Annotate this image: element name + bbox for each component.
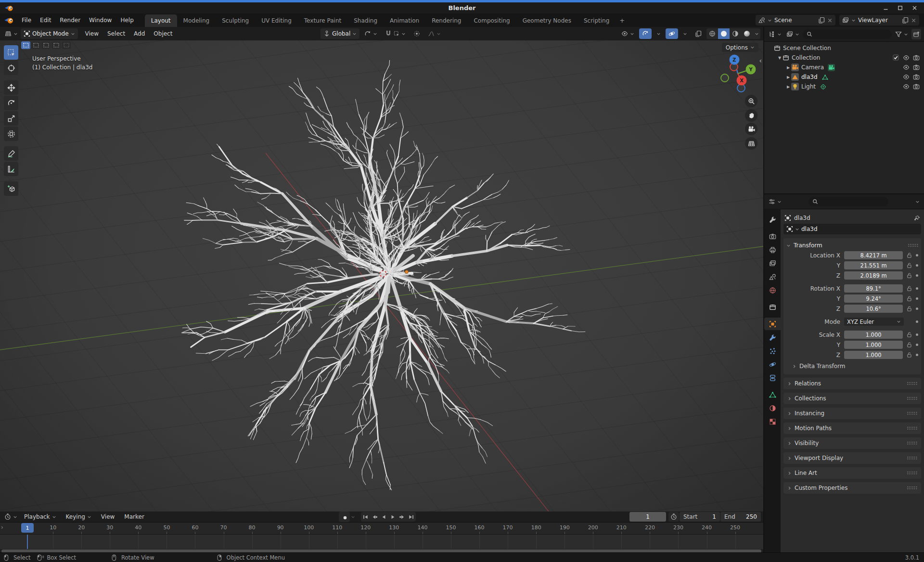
tool-rotate[interactable] <box>4 96 18 110</box>
transform-value-field[interactable]: 9.24° <box>844 294 903 303</box>
properties-search-input[interactable] <box>808 197 888 206</box>
animate-property-dot[interactable] <box>916 254 918 256</box>
transform-orientation[interactable]: Global <box>321 28 359 39</box>
jump-to-end-button[interactable] <box>407 512 416 522</box>
lock-icon[interactable] <box>907 306 912 312</box>
properties-tab-scene[interactable] <box>764 270 781 283</box>
scene-selector[interactable]: Scene <box>756 15 835 26</box>
outliner-item-label[interactable]: dla3d <box>801 74 818 80</box>
properties-tab-particles[interactable] <box>764 345 781 357</box>
object-icon-chip[interactable] <box>791 83 799 90</box>
tool-scale[interactable] <box>4 111 18 126</box>
lightdata-data-icon[interactable] <box>820 83 827 90</box>
navigation-gizmo[interactable]: ZYX <box>716 53 759 96</box>
tool-select-box[interactable] <box>4 45 18 60</box>
tab-modeling[interactable]: Modeling <box>177 14 216 27</box>
tab-scripting[interactable]: Scripting <box>578 14 616 27</box>
outliner-item-label[interactable]: Camera <box>801 64 824 71</box>
panel-grip[interactable] <box>907 411 917 415</box>
lock-icon[interactable] <box>907 262 912 268</box>
tool-move[interactable] <box>4 80 18 95</box>
tab-uv-editing[interactable]: UV Editing <box>255 14 298 27</box>
properties-editor-selector[interactable] <box>767 196 783 207</box>
meshdata-data-icon[interactable] <box>821 74 829 81</box>
properties-tab-tool[interactable] <box>764 213 781 226</box>
playhead[interactable] <box>27 535 28 549</box>
overlay-options[interactable] <box>680 28 690 39</box>
transform-panel-header[interactable]: Transform <box>786 240 918 251</box>
gizmo-options[interactable] <box>654 28 664 39</box>
menu-window[interactable]: Window <box>85 15 116 26</box>
panel-grip[interactable] <box>907 441 917 445</box>
properties-tab-object-data[interactable] <box>764 388 781 401</box>
new-viewlayer-icon[interactable] <box>902 17 909 24</box>
disclosure-triangle[interactable]: ▼ <box>777 56 783 60</box>
menu-file[interactable]: File <box>17 15 36 26</box>
new-collection-button[interactable] <box>911 29 921 39</box>
options-dropdown[interactable]: Options <box>722 43 758 52</box>
transform-value-field[interactable]: XYZ Euler <box>844 318 904 326</box>
viewport-menu-view[interactable]: View <box>81 28 103 39</box>
viewlayer-name[interactable]: ViewLayer <box>858 17 899 24</box>
object-name-field[interactable]: dla3d <box>783 224 921 234</box>
lock-icon[interactable] <box>907 272 912 279</box>
shading-rendered-button[interactable] <box>741 28 753 39</box>
show-overlays-toggle[interactable] <box>666 28 678 39</box>
dla3d-mesh-object[interactable] <box>182 60 585 490</box>
viewlayer-selector[interactable]: ViewLayer <box>839 15 919 26</box>
object-icon-chip[interactable] <box>791 73 799 81</box>
tool-cursor[interactable] <box>4 61 18 75</box>
sidebar-collapse-arrow[interactable]: ‹ <box>759 57 762 64</box>
mode-selector[interactable]: Object Mode <box>21 28 78 39</box>
collection-checkbox[interactable] <box>891 54 901 61</box>
breadcrumb-object-name[interactable]: dla3d <box>794 215 810 221</box>
animate-property-dot[interactable] <box>916 264 918 267</box>
panel-collections[interactable]: Collections <box>783 393 921 404</box>
unlink-scene-icon[interactable] <box>827 18 833 23</box>
disable-in-renders-toggle[interactable] <box>911 54 921 61</box>
play-reverse-button[interactable] <box>379 512 388 522</box>
animate-property-dot[interactable] <box>916 287 918 290</box>
show-gizmos-toggle[interactable] <box>639 28 652 39</box>
tool-add-cube[interactable] <box>4 181 18 196</box>
disclosure-triangle[interactable]: ▶ <box>785 65 791 70</box>
tool-measure[interactable] <box>4 162 18 176</box>
animate-property-dot[interactable] <box>916 333 918 336</box>
tab-geometry-nodes[interactable]: Geometry Nodes <box>516 14 578 27</box>
frame-end-field[interactable]: End 250 <box>720 512 761 522</box>
select-mode-subtract[interactable] <box>41 41 51 49</box>
object-type-visibility[interactable] <box>618 28 637 39</box>
scene-browse-icon[interactable] <box>758 17 765 24</box>
outliner-search-input[interactable] <box>803 29 892 39</box>
panel-motion-paths[interactable]: Motion Paths <box>783 422 921 434</box>
blender-menu-icon[interactable] <box>4 16 14 25</box>
minimize-button[interactable] <box>882 4 889 12</box>
timeline-menu-marker[interactable]: Marker <box>120 511 148 522</box>
lock-icon[interactable] <box>907 285 912 292</box>
shading-material-button[interactable] <box>730 28 741 39</box>
panel-grip[interactable] <box>907 486 917 490</box>
timeline-menu-keying[interactable]: Keying <box>62 511 96 522</box>
hide-in-viewport-toggle[interactable] <box>901 54 911 61</box>
tab-shading[interactable]: Shading <box>347 14 384 27</box>
menu-edit[interactable]: Edit <box>36 15 55 26</box>
hide-in-viewport-toggle[interactable] <box>901 64 911 71</box>
properties-tab-constraints[interactable] <box>764 371 781 384</box>
properties-tab-texture[interactable] <box>764 415 781 428</box>
add-workspace-button[interactable]: + <box>616 14 629 27</box>
properties-tab-collection[interactable] <box>764 301 781 313</box>
proportional-editing-toggle[interactable] <box>411 28 423 39</box>
panel-instancing[interactable]: Instancing <box>783 408 921 419</box>
disable-in-renders-toggle[interactable] <box>911 64 921 71</box>
panel-grip[interactable] <box>907 426 917 430</box>
tab-rendering[interactable]: Rendering <box>425 14 467 27</box>
timeline-editor-selector[interactable] <box>3 511 19 522</box>
viewport-menu-object[interactable]: Object <box>149 28 177 39</box>
lock-icon[interactable] <box>907 252 912 258</box>
timeline-ruler[interactable]: 1020304050607080901001101201301401501601… <box>0 523 763 535</box>
tab-animation[interactable]: Animation <box>384 14 425 27</box>
timeline-tracks[interactable] <box>0 535 763 549</box>
hide-in-viewport-toggle[interactable] <box>901 74 911 80</box>
tool-annotate[interactable] <box>4 146 18 161</box>
tab-compositing[interactable]: Compositing <box>467 14 516 27</box>
